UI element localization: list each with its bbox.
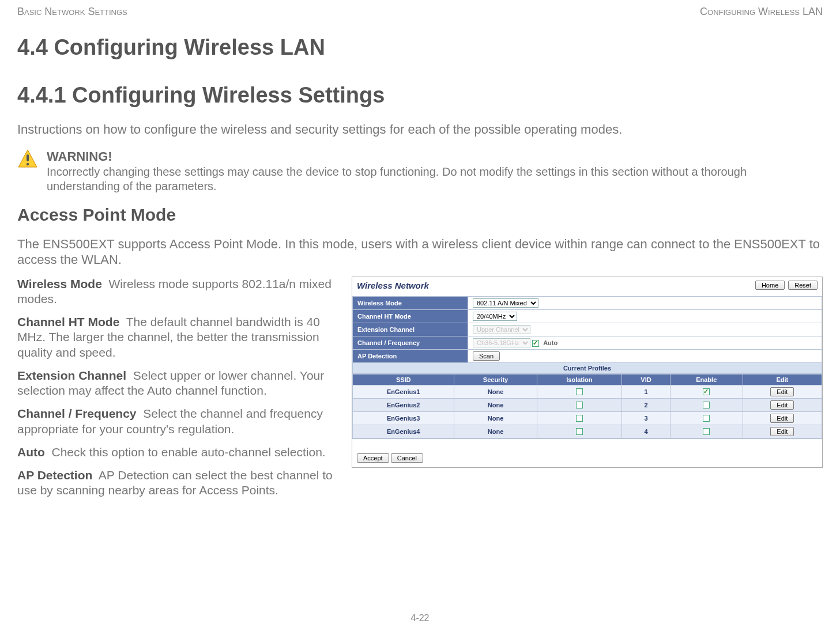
cell-vid: 4 [622,425,671,438]
home-button[interactable]: Home [755,281,785,290]
isolation-checkbox[interactable] [576,402,583,408]
wireless-mode-select[interactable]: 802.11 A/N Mixed [473,298,538,308]
settings-table: Wireless Mode 802.11 A/N Mixed Channel H… [352,296,822,374]
enable-checkbox[interactable] [703,415,710,422]
enable-checkbox[interactable] [703,428,710,435]
table-row: EnGenius1None1Edit [353,385,822,398]
cell-enable [670,398,743,411]
col-isolation: Isolation [537,374,621,385]
table-row: EnGenius2None2Edit [353,398,822,411]
col-edit: Edit [743,374,822,385]
warning-icon [17,149,38,169]
row-label-extension-channel: Extension Channel [353,323,468,336]
enable-checkbox[interactable] [703,402,710,408]
isolation-checkbox[interactable] [576,428,583,435]
cell-edit: Edit [743,411,822,425]
parameter-descriptions: Wireless Mode Wireless mode supports 802… [17,277,340,506]
param-wireless-mode: Wireless Mode Wireless mode supports 802… [17,277,340,307]
channel-frequency-select: Ch36-5.18GHz [473,338,530,347]
isolation-checkbox[interactable] [576,388,583,395]
header-left: Basic Network Settings [17,6,127,18]
warning-label: WARNING! [47,149,112,164]
col-enable: Enable [670,374,743,385]
extension-channel-select: Upper Channel [473,325,530,334]
svg-rect-1 [27,154,29,161]
edit-button[interactable]: Edit [770,400,794,410]
cell-vid: 3 [622,411,671,425]
intro-text: Instructions on how to configure the wir… [17,122,823,137]
header-right: Configuring Wireless LAN [700,6,823,18]
param-channel-ht: Channel HT Mode The default channel band… [17,315,340,360]
cell-edit: Edit [743,425,822,438]
cell-security: None [454,398,537,411]
cell-edit: Edit [743,385,822,398]
param-extension-channel: Extension Channel Select upper or lower … [17,368,340,399]
cell-vid: 2 [622,398,671,411]
row-label-channel-ht: Channel HT Mode [353,309,468,323]
row-label-ap-detection: AP Detection [353,349,468,362]
subsection-title: 4.4.1 Configuring Wireless Settings [17,83,823,108]
warning-body: Incorrectly changing these settings may … [47,165,747,192]
edit-button[interactable]: Edit [770,427,794,436]
panel-title: Wireless Network [357,281,429,290]
scan-button[interactable]: Scan [473,351,500,361]
cell-isolation [537,411,621,425]
profiles-header: Current Profiles [353,362,822,373]
param-auto: Auto Check this option to enable auto-ch… [17,445,340,460]
svg-point-2 [27,163,29,165]
cell-enable [670,411,743,425]
cell-ssid: EnGenius1 [353,385,454,398]
reset-button[interactable]: Reset [788,281,818,290]
cell-security: None [454,385,537,398]
table-row: EnGenius3None3Edit [353,411,822,425]
cell-isolation [537,385,621,398]
warning-block: WARNING! Incorrectly changing these sett… [17,149,823,194]
edit-button[interactable]: Edit [770,387,794,396]
col-security: Security [454,374,537,385]
cell-ssid: EnGenius4 [353,425,454,438]
cell-isolation [537,398,621,411]
param-channel-frequency: Channel / Frequency Select the channel a… [17,406,340,437]
channel-ht-select[interactable]: 20/40MHz [473,312,517,321]
cell-enable [670,425,743,438]
cell-enable [670,385,743,398]
cancel-button[interactable]: Cancel [391,453,423,463]
cell-vid: 1 [622,385,671,398]
enable-checkbox[interactable] [703,388,710,395]
col-ssid: SSID [353,374,454,385]
auto-checkbox[interactable] [532,340,539,347]
row-label-wireless-mode: Wireless Mode [353,296,468,309]
cell-security: None [454,411,537,425]
col-vid: VID [622,374,671,385]
section-title: 4.4 Configuring Wireless LAN [17,35,823,60]
cell-edit: Edit [743,398,822,411]
isolation-checkbox[interactable] [576,415,583,422]
running-header: Basic Network Settings Configuring Wirel… [17,6,823,18]
edit-button[interactable]: Edit [770,414,794,423]
cell-ssid: EnGenius2 [353,398,454,411]
cell-security: None [454,425,537,438]
accept-button[interactable]: Accept [357,453,389,463]
profiles-table: SSID Security Isolation VID Enable Edit … [352,374,822,438]
cell-ssid: EnGenius3 [353,411,454,425]
page-number: 4-22 [0,613,840,623]
param-ap-detection: AP Detection AP Detection can select the… [17,468,340,498]
cell-isolation [537,425,621,438]
row-label-channel-frequency: Channel / Frequency [353,336,468,349]
mode-title: Access Point Mode [17,205,823,225]
wireless-network-panel: Wireless Network Home Reset Wireless Mod… [352,277,823,468]
warning-text: WARNING! Incorrectly changing these sett… [47,149,823,194]
table-row: EnGenius4None4Edit [353,425,822,438]
auto-label: Auto [543,339,558,346]
mode-intro: The ENS500EXT supports Access Point Mode… [17,236,823,268]
